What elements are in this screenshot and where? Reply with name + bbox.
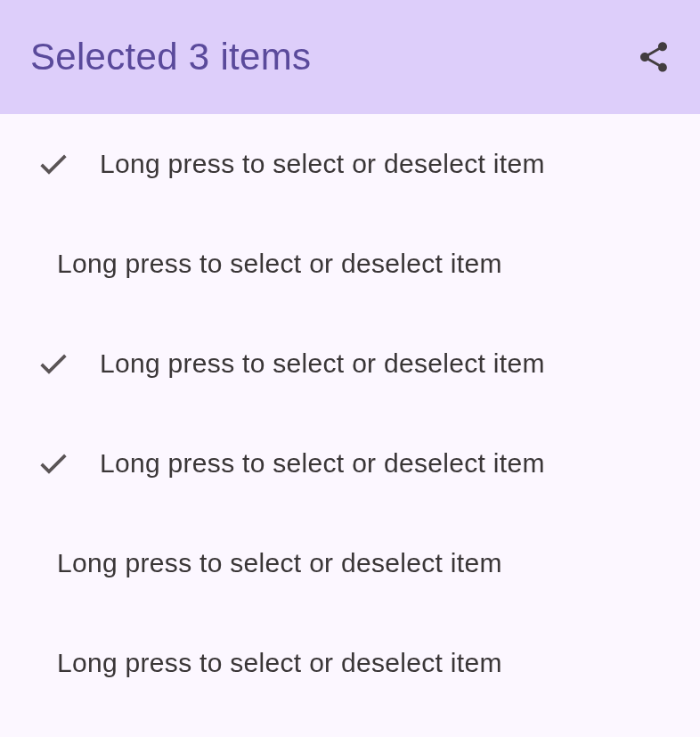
check-slot <box>36 146 100 182</box>
check-slot <box>36 346 100 381</box>
appbar: Selected 3 items <box>0 0 700 114</box>
list-item-label: Long press to select or deselect item <box>57 548 502 578</box>
list-item[interactable]: Long press to select or deselect item <box>0 314 700 414</box>
item-list: Long press to select or deselect item Lo… <box>0 114 700 713</box>
check-icon <box>36 346 71 381</box>
check-icon <box>36 446 71 481</box>
list-item-label: Long press to select or deselect item <box>100 149 545 179</box>
appbar-title: Selected 3 items <box>30 36 311 78</box>
check-icon <box>36 146 71 182</box>
list-item[interactable]: Long press to select or deselect item <box>0 414 700 513</box>
share-button[interactable] <box>632 36 675 78</box>
list-item[interactable]: Long press to select or deselect item <box>0 613 700 713</box>
check-slot <box>36 446 100 481</box>
list-item-label: Long press to select or deselect item <box>57 648 502 678</box>
list-item[interactable]: Long press to select or deselect item <box>0 114 700 214</box>
list-item-label: Long press to select or deselect item <box>100 448 545 479</box>
list-item[interactable]: Long press to select or deselect item <box>0 214 700 314</box>
share-icon <box>636 39 672 75</box>
list-item-label: Long press to select or deselect item <box>57 249 502 279</box>
list-item-label: Long press to select or deselect item <box>100 348 545 379</box>
list-item[interactable]: Long press to select or deselect item <box>0 513 700 613</box>
